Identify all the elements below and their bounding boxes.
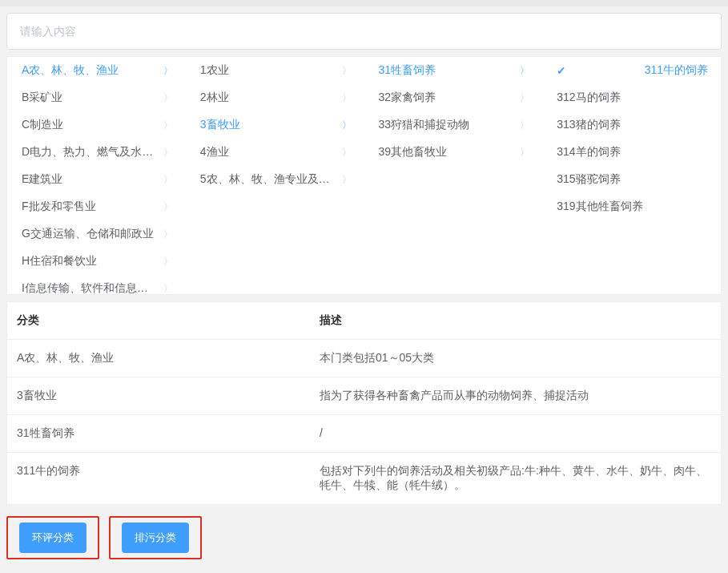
cascader-item-label: 31牲畜饲养 — [379, 63, 436, 78]
cascader-item-label: 312马的饲养 — [557, 91, 620, 105]
cascader-item[interactable]: G交通运输、仓储和邮政业〉 — [7, 220, 186, 248]
cell-category: 3畜牧业 — [7, 377, 310, 414]
cascader-item-label: 2林业 — [200, 91, 229, 105]
chevron-right-icon: 〉 — [163, 91, 173, 105]
cascader-col-2: 1农业〉2林业〉3畜牧业〉4渔业〉5农、林、牧、渔专业及辅助性活动〉 — [186, 57, 364, 294]
cascader-item-label: 33狩猎和捕捉动物 — [379, 118, 470, 132]
cascader-item-label: A农、林、牧、渔业 — [22, 63, 119, 78]
cascader-item[interactable]: 315骆驼饲养 — [542, 166, 721, 193]
cascader-item[interactable]: 3畜牧业〉 — [186, 111, 364, 139]
chevron-right-icon: 〉 — [342, 119, 352, 132]
cascader-item-label: 319其他牲畜饲养 — [557, 200, 642, 214]
cascader-item-label: 39其他畜牧业 — [379, 145, 448, 159]
cascader-item[interactable]: 32家禽饲养〉 — [364, 84, 543, 111]
cascader-item[interactable]: 31牲畜饲养〉 — [364, 57, 543, 84]
cascader-item-label: H住宿和餐饮业 — [22, 254, 97, 268]
search-input[interactable] — [20, 25, 708, 38]
cell-desc: 本门类包括01～05大类 — [310, 340, 721, 377]
cascader-item-label: 315骆驼饲养 — [557, 172, 620, 187]
cascader-item-label: I信息传输、软件和信息技术服务业 — [22, 281, 159, 294]
table-row: A农、林、牧、渔业 本门类包括01～05大类 — [7, 340, 721, 377]
cascader-item[interactable]: D电力、热力、燃气及水生产和供应业〉 — [7, 139, 186, 166]
cascader-item-label: 32家禽饲养 — [379, 91, 436, 105]
discharge-classify-button[interactable]: 排污分类 — [122, 523, 189, 553]
chevron-right-icon: 〉 — [163, 282, 173, 295]
cell-category: 311牛的饲养 — [7, 453, 310, 504]
chevron-right-icon: 〉 — [163, 200, 173, 214]
cascader-item[interactable]: 312马的饲养 — [542, 84, 721, 111]
search-box[interactable] — [6, 13, 722, 50]
cell-category: 31牲畜饲养 — [7, 415, 310, 452]
chevron-right-icon: 〉 — [163, 119, 173, 132]
cascader-col-1: A农、林、牧、渔业〉B采矿业〉C制造业〉D电力、热力、燃气及水生产和供应业〉E建… — [7, 57, 186, 294]
chevron-right-icon: 〉 — [520, 146, 529, 159]
check-icon: ✓ — [557, 64, 566, 77]
cascader-item[interactable]: 33狩猎和捕捉动物〉 — [364, 111, 543, 139]
header-category: 分类 — [7, 302, 310, 339]
table-row: 311牛的饲养 包括对下列牛的饲养活动及相关初级产品:牛:种牛、黄牛、水牛、奶牛… — [7, 453, 721, 504]
cascader-item[interactable]: 2林业〉 — [186, 84, 364, 111]
cascader-item-label: C制造业 — [22, 118, 63, 132]
cascader-item[interactable]: 313猪的饲养 — [542, 111, 721, 139]
cascader-item-label: F批发和零售业 — [22, 200, 96, 214]
cascader-item-label: 4渔业 — [200, 145, 229, 159]
cascader-item[interactable]: 314羊的饲养 — [542, 139, 721, 166]
cascader-item[interactable]: 39其他畜牧业〉 — [364, 139, 543, 166]
highlight-box-eia: 环评分类 — [6, 516, 99, 559]
chevron-right-icon: 〉 — [163, 255, 173, 268]
chevron-right-icon: 〉 — [520, 64, 529, 78]
chevron-right-icon: 〉 — [520, 91, 529, 105]
chevron-right-icon: 〉 — [342, 173, 352, 187]
cell-desc: / — [310, 415, 721, 452]
cascader-item[interactable]: 319其他牲畜饲养 — [542, 193, 721, 220]
cascader-item-label: 314羊的饲养 — [557, 145, 620, 159]
cell-category: A农、林、牧、渔业 — [7, 340, 310, 377]
cascader-item[interactable]: 1农业〉 — [186, 57, 364, 84]
cascader-item[interactable]: C制造业〉 — [7, 111, 186, 139]
table-row: 3畜牧业 指为了获得各种畜禽产品而从事的动物饲养、捕捉活动 — [7, 377, 721, 415]
cascader-item[interactable]: 4渔业〉 — [186, 139, 364, 166]
cascader-item[interactable]: ✓311牛的饲养 — [542, 57, 721, 84]
cascader-item[interactable]: I信息传输、软件和信息技术服务业〉 — [7, 275, 186, 294]
chevron-right-icon: 〉 — [520, 119, 529, 132]
cascader-item[interactable]: E建筑业〉 — [7, 166, 186, 193]
button-bar: 环评分类 排污分类 — [0, 511, 728, 561]
chevron-right-icon: 〉 — [163, 228, 173, 241]
cascader-item-label: 3畜牧业 — [200, 118, 240, 132]
cascader-item[interactable]: A农、林、牧、渔业〉 — [7, 57, 186, 84]
cascader-item-label: D电力、热力、燃气及水生产和供应业 — [22, 145, 159, 159]
chevron-right-icon: 〉 — [163, 64, 173, 78]
table-row: 31牲畜饲养 / — [7, 415, 721, 453]
cascader-item-label: G交通运输、仓储和邮政业 — [22, 227, 154, 241]
highlight-box-discharge: 排污分类 — [109, 516, 202, 559]
cascader-item[interactable]: 5农、林、牧、渔专业及辅助性活动〉 — [186, 166, 364, 193]
chevron-right-icon: 〉 — [163, 173, 173, 187]
table-header-row: 分类 描述 — [7, 302, 721, 340]
cascader-panel: A农、林、牧、渔业〉B采矿业〉C制造业〉D电力、热力、燃气及水生产和供应业〉E建… — [6, 56, 722, 295]
cascader-col-4: ✓311牛的饲养312马的饲养313猪的饲养314羊的饲养315骆驼饲养319其… — [542, 57, 721, 294]
cascader-item-label: B采矿业 — [22, 91, 62, 105]
eia-classify-button[interactable]: 环评分类 — [19, 523, 86, 553]
cell-desc: 指为了获得各种畜禽产品而从事的动物饲养、捕捉活动 — [310, 377, 721, 414]
cascader-item-label: 1农业 — [200, 63, 229, 78]
chevron-right-icon: 〉 — [342, 146, 352, 159]
cascader-item[interactable]: F批发和零售业〉 — [7, 193, 186, 220]
header-desc: 描述 — [310, 302, 721, 339]
cascader-item-label: E建筑业 — [22, 172, 62, 187]
chevron-right-icon: 〉 — [163, 146, 173, 159]
chevron-right-icon: 〉 — [342, 64, 352, 78]
top-spacer — [0, 0, 728, 6]
chevron-right-icon: 〉 — [342, 91, 352, 105]
cascader-col-3: 31牲畜饲养〉32家禽饲养〉33狩猎和捕捉动物〉39其他畜牧业〉 — [364, 57, 543, 294]
cascader-item[interactable]: B采矿业〉 — [7, 84, 186, 111]
detail-table: 分类 描述 A农、林、牧、渔业 本门类包括01～05大类 3畜牧业 指为了获得各… — [6, 301, 722, 505]
cascader-item-label: 313猪的饲养 — [557, 118, 620, 132]
cascader-item-label: 311牛的饲养 — [645, 63, 708, 78]
cell-desc: 包括对下列牛的饲养活动及相关初级产品:牛:种牛、黄牛、水牛、奶牛、肉牛、牦牛、牛… — [310, 453, 721, 504]
cascader-item[interactable]: H住宿和餐饮业〉 — [7, 248, 186, 275]
cascader-item-label: 5农、林、牧、渔专业及辅助性活动 — [200, 172, 337, 187]
